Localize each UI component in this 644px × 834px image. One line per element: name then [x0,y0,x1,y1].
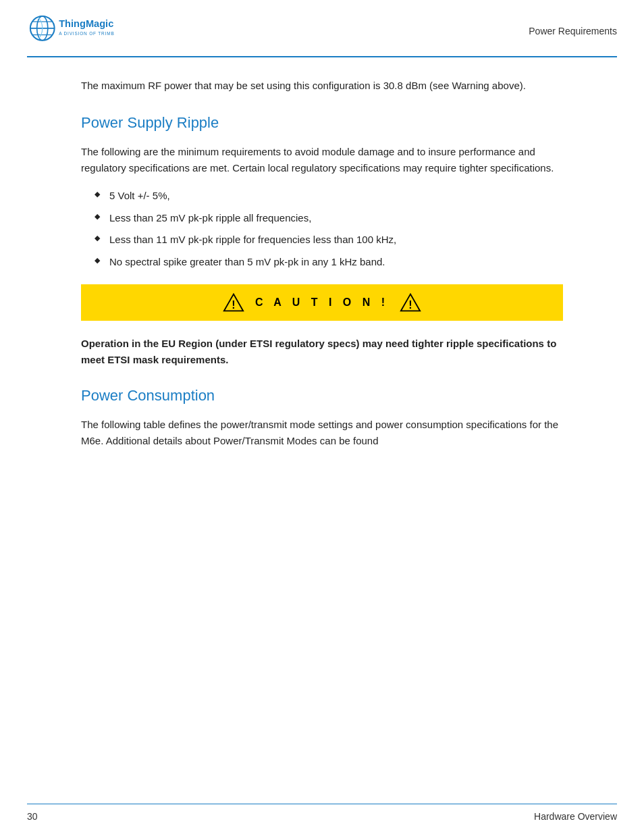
footer-page-number: 30 [27,811,38,822]
power-supply-ripple-heading: Power Supply Ripple [81,114,563,132]
power-consumption-body: The following table defines the power/tr… [81,417,563,449]
bullet-item-3: Less than 11 mV pk-pk ripple for frequen… [95,232,563,248]
power-consumption-heading: Power Consumption [81,387,563,405]
page-container: ThingMagic A DIVISION OF TRIMBLE Power R… [0,0,644,834]
ripple-bullet-list: 5 Volt +/- 5%, Less than 25 mV pk-pk rip… [95,188,563,269]
footer-title: Hardware Overview [534,811,617,822]
bullet-item-4: No spectral spike greater than 5 mV pk-p… [95,255,563,270]
header-section-label: Power Requirements [529,26,617,36]
footer-divider [27,804,617,805]
warning-triangle-left: ! [223,292,244,313]
intro-paragraph: The maximum RF power that may be set usi… [81,78,563,94]
footer-content: 30 Hardware Overview [27,811,617,822]
power-supply-ripple-body: The following are the minimum requiremen… [81,144,563,176]
svg-text:!: ! [408,299,412,311]
bullet-item-2: Less than 25 mV pk-pk ripple all frequen… [95,211,563,226]
bullet-item-1: 5 Volt +/- 5%, [95,188,563,204]
footer: 30 Hardware Overview [0,804,644,835]
header: ThingMagic A DIVISION OF TRIMBLE Power R… [0,0,644,56]
caution-label: C A U T I O N ! [255,296,389,309]
svg-text:ThingMagic: ThingMagic [59,18,113,29]
thingmagic-logo: ThingMagic A DIVISION OF TRIMBLE [27,12,115,49]
main-content: The maximum RF power that may be set usi… [0,57,644,804]
logo-container: ThingMagic A DIVISION OF TRIMBLE [27,12,115,49]
warning-triangle-right: ! [400,292,421,313]
svg-text:!: ! [232,299,235,311]
caution-box: ! C A U T I O N ! ! [81,284,563,321]
svg-text:A DIVISION OF TRIMBLE: A DIVISION OF TRIMBLE [59,31,115,36]
caution-body-text: Operation in the EU Region (under ETSI r… [81,336,563,368]
